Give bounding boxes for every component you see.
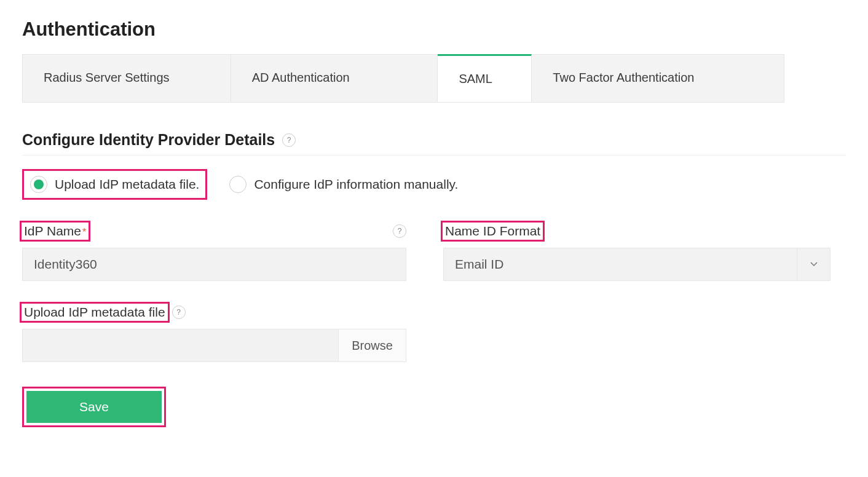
saml-section: Configure Identity Provider Details ? Up… [22, 131, 846, 427]
radio-manual-label: Configure IdP information manually. [254, 177, 458, 192]
radio-configure-manually[interactable]: Configure IdP information manually. [229, 169, 458, 200]
radio-icon-unchecked [229, 176, 247, 193]
radio-icon-checked [30, 176, 47, 193]
idp-name-label: IdP Name* [20, 221, 90, 242]
tab-saml[interactable]: SAML [438, 54, 532, 102]
radio-upload-metadata[interactable]: Upload IdP metadata file. [30, 176, 199, 193]
required-star: * [82, 227, 86, 237]
section-heading: Configure Identity Provider Details [22, 131, 275, 149]
chevron-down-icon [797, 248, 830, 280]
tab-ad-authentication[interactable]: AD Authentication [231, 54, 438, 102]
help-icon[interactable]: ? [282, 133, 296, 147]
name-id-format-label: Name ID Format [441, 221, 545, 242]
idp-name-input[interactable] [22, 248, 406, 281]
upload-metadata-label: Upload IdP metadata file [20, 302, 170, 323]
name-id-format-field: Name ID Format Email ID [443, 222, 831, 281]
name-id-format-select[interactable]: Email ID [443, 248, 831, 281]
save-button[interactable]: Save [26, 391, 162, 423]
tab-radius-server-settings[interactable]: Radius Server Settings [22, 54, 231, 102]
idp-name-field: IdP Name* ? [22, 222, 406, 281]
tab-two-factor-authentication[interactable]: Two Factor Authentication [532, 54, 784, 102]
help-icon[interactable]: ? [172, 306, 186, 319]
help-icon[interactable]: ? [393, 224, 406, 238]
tabs: Radius Server Settings AD Authentication… [22, 54, 784, 103]
upload-file-input-wrap: Browse [22, 329, 406, 362]
radio-upload-label: Upload IdP metadata file. [55, 177, 199, 192]
idp-mode-radio-group: Upload IdP metadata file. Configure IdP … [22, 169, 846, 200]
page-title: Authentication [22, 18, 846, 41]
browse-button[interactable]: Browse [338, 329, 406, 361]
name-id-format-value: Email ID [444, 257, 797, 272]
upload-file-path[interactable] [23, 329, 338, 361]
section-header: Configure Identity Provider Details ? [22, 131, 846, 156]
form-grid: IdP Name* ? Name ID Format Email ID [22, 222, 846, 281]
upload-metadata-field: Upload IdP metadata file ? Browse [22, 303, 846, 362]
